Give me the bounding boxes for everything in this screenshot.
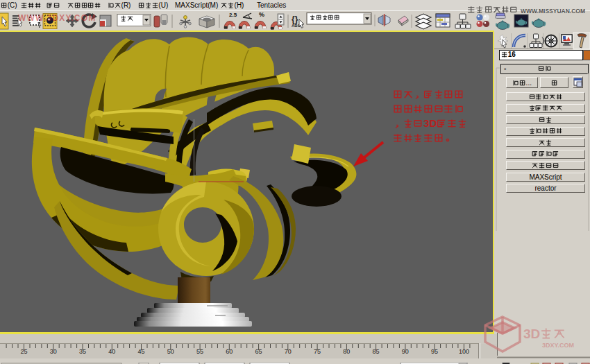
svg-text:{}: {} xyxy=(292,15,298,24)
svg-text:2.5: 2.5 xyxy=(229,12,237,18)
svg-text:%: % xyxy=(259,11,264,18)
